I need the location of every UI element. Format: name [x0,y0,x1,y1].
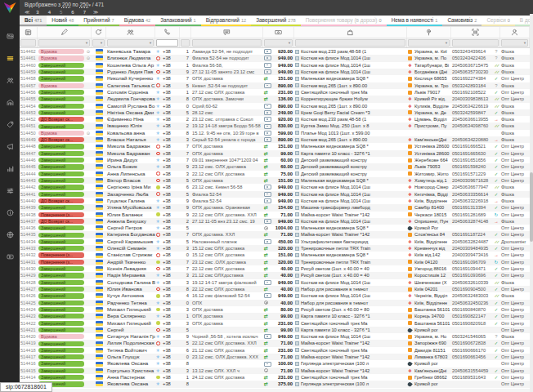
range-from[interactable]: 200 [62,2,71,7]
scrollbar-thumb[interactable] [530,172,533,242]
order-row[interactable]: 514414ЗавершенийАнна Пастернак+38124.12 … [20,374,533,381]
page-3[interactable]: 3 [34,10,40,15]
order-row[interactable]: 514447ЗавершенийМикола Бадражан+387ОПХ д… [20,150,533,157]
vertical-scrollbar[interactable] [530,14,533,392]
tab-0[interactable]: Всі471 [20,16,47,26]
order-row[interactable]: 514460ЗавершенийКошелева Ольга Ар✳+381Фи… [20,62,533,69]
app-logo[interactable] [4,2,16,13]
order-row[interactable]: 514451ЗавершенийІващенко Юлія✳+38219.12 … [20,122,533,129]
column-header-person-icon[interactable] [500,27,530,38]
order-row[interactable]: 514446ЗавершенийИрина Дидух✳+38709.01 зв… [20,157,533,163]
order-row[interactable]: 514449ДО Возврат ск...Власюк Наталья✳+38… [20,136,533,143]
column-header-list-icon[interactable] [20,27,38,38]
order-row[interactable]: 514421ЗавершенийСергей+385⇄99.00Карта па… [20,327,533,333]
column-header-chat-icon[interactable] [191,27,263,38]
order-row[interactable]: 514461Відмова⊙Близнюк Людмила+387Фиалка … [20,55,533,61]
tab-3[interactable]: Відмова42 [119,16,155,26]
order-row[interactable]: 514453ЗавершенийНікітіна Оксана Дми✳+385… [20,109,533,116]
page-4[interactable]: 4 [47,10,52,15]
phone-filter-input[interactable] [156,39,178,47]
filter-box[interactable]: ▼ [107,39,154,47]
last-page-button[interactable]: ≫ [93,9,97,15]
column-header-blank[interactable] [180,27,191,38]
order-row[interactable]: 514454ЗавершенийСамотій Руслана Во✳+380С… [20,103,533,109]
chevron-down-icon[interactable]: ▾ [88,2,91,7]
order-row[interactable]: 514457ВідмоваСалегина Татьяна С+385Кемел… [20,82,533,89]
tab-8[interactable]: Нема в наявності1 [387,16,443,26]
sidebar-item-video[interactable] [0,245,20,267]
order-row[interactable]: 514458ЗавершенийНиколай Кучеренко✳+387ОП… [20,75,533,82]
column-header-phone-icon[interactable] [155,27,180,38]
filter-box[interactable]: ▼ [38,39,90,47]
order-row[interactable]: 514459ЗавершенийРуденко Лидия Пав+38927.… [20,69,533,75]
filter-box[interactable] [20,39,36,47]
order-row[interactable]: 514426ЗавершенийКучук Антонина+38416.12 … [20,292,533,299]
order-row[interactable]: 514433ЗавершенийОлексій Семанін✳+38315.1… [20,245,533,252]
sidebar-item-marketing[interactable] [0,135,20,157]
order-row[interactable]: 514452ДО Возврат ск...Єфименко Ніна✳+382… [20,116,533,122]
tab-5[interactable]: Відправлений12 [201,16,251,26]
filter-box[interactable]: ▼ [408,39,450,47]
order-row[interactable]: 514445ЗавершенийОльга Божик✳+38923.12 см… [20,163,533,170]
sidebar-item-warehouse[interactable] [0,91,20,113]
order-row[interactable]: 514437ДО Возврат ск...Анжела Безушку✳+38… [20,218,533,225]
order-row[interactable]: 514413ЗавершенийЯковлева Оксана✳+388⇄375… [20,381,533,387]
order-row[interactable]: 514424ЗавершенийМихаил Гилецький+383ОПХ … [20,306,533,313]
filter-box[interactable] [295,39,405,47]
order-row[interactable]: 514425ЗавершенийРадченко Тетяна✳+380ОПХ4… [20,300,533,306]
order-row[interactable]: 514440ДО Возврат ск...Гуцалюк Галина✳+38… [20,198,533,204]
tab-2[interactable]: Прийнятий7 [78,16,119,26]
order-row[interactable]: 514456ЗавершенийСоломія Сідоніна✳+38127.… [20,89,533,96]
tab-6[interactable]: Завершений278 [251,16,301,26]
tab-4[interactable]: Запакований1 [155,16,201,26]
sidebar-item-clients[interactable] [0,69,20,91]
page-6[interactable]: 6 [69,10,75,15]
order-row[interactable]: 514442ЗавершенийСергієнко Іріна Ми+38623… [20,184,533,190]
order-row[interactable]: 514436ЗавершенийСергей Петров✳+3851004.0… [20,225,533,231]
filter-box[interactable] [192,39,262,47]
order-row[interactable]: 514441ЗавершенийЗахарченко Люба+385Фиалк… [20,191,533,198]
order-row[interactable]: 514423ЗавершенийВера Скляренко✳+381ОПХ д… [20,313,533,319]
order-row[interactable]: 514419ЗавершенийЛилия Подолинская+38522.… [20,340,533,346]
filter-box[interactable] [452,39,499,47]
order-row[interactable]: 514448ЗавершенийМикола Бадражан+387ОПХ д… [20,143,533,149]
order-row[interactable]: 514444ЗавершенийАнна Липенська+38322.12 … [20,171,533,177]
column-header-pin-icon[interactable] [407,27,451,38]
page-5[interactable]: 5 [58,10,64,15]
tab-7[interactable]: Повернення товару (в дорозі)0 [301,16,387,26]
order-row[interactable]: 514443ЗавершенийВіктор Власов+385ОПХ дос… [20,177,533,184]
first-page-button[interactable]: ≪ [25,9,29,15]
tab-9[interactable]: Самовивіз2 [442,16,481,26]
page-7[interactable]: 7 [82,10,87,15]
order-row[interactable]: 514450Відмова⊙Ковальова анна✳+38815.12. … [20,130,533,136]
order-row[interactable]: 514429ЗавершенийНадія Мерзаева✳+38321.12… [20,272,533,278]
sidebar-item-info[interactable] [0,201,20,223]
order-row[interactable]: 514432Повернення (з...Станіслав Стрижак+… [20,252,533,258]
filter-box[interactable]: ▼ [501,39,528,47]
sidebar-item-orders[interactable] [0,47,20,69]
filter-box[interactable]: ▼ [264,39,293,47]
order-row[interactable]: 514422ЗавершенийМихаил Гилецький+383ОПХ … [20,320,533,327]
filter-box[interactable] [181,39,190,47]
order-row[interactable]: 514418ЗавершенийТетяна Войтович✳+38621.1… [20,347,533,354]
sidebar-item-products[interactable] [0,113,20,135]
order-row[interactable]: 514427ЗавершенийЮлия Иванова+38822.12 см… [20,286,533,292]
order-row[interactable]: 514435ЗавершенийКатерина Богданова+387ОП… [20,231,533,238]
order-row[interactable]: 514455ЗавершенийЛюдмила Гончарова✳+388ОП… [20,96,533,102]
column-header-people-icon[interactable] [106,27,155,38]
range-to[interactable]: 250 [80,2,89,7]
sidebar-item-site[interactable] [0,223,20,245]
tab-10[interactable]: Сервіси0 [481,16,514,26]
order-row[interactable]: 514420ВідмоваСитарчук Наталія Гр✳+389Чор… [20,333,533,340]
order-row[interactable]: 514439ЗавершенийУляна Мусійовська✳+389ОП… [20,204,533,211]
order-row[interactable]: 514438Повернення (з...Юлия Баланюк+38922… [20,212,533,218]
order-row[interactable]: 514434ЗавершенийСергей Карамышев✳+385Нал… [20,238,533,245]
filter-box[interactable]: ▼ [92,39,105,47]
sidebar-item-settings[interactable] [0,179,20,201]
order-row[interactable]: 514428ЗавершенийСолодкова Галина В✳+3831… [20,279,533,286]
sidebar-item-statistics[interactable] [0,157,20,179]
column-header-edit-icon[interactable] [38,27,92,38]
sidebar-item-dashboard[interactable] [0,24,20,47]
order-row[interactable]: 514417ЗавершенийОльга Глущук✳+38023.12 с… [20,354,533,360]
order-row[interactable]: 514430ЗавершенийКсенія Левадняя+38722.12… [20,265,533,272]
